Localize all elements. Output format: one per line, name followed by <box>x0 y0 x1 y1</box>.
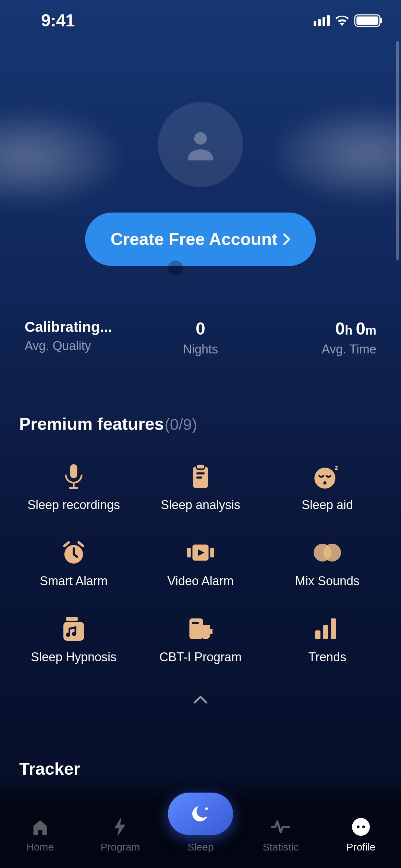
stat-label: Nights <box>183 342 218 357</box>
avatar-placeholder[interactable] <box>158 102 243 187</box>
svg-rect-4 <box>196 472 205 474</box>
stat-value: Calibrating... <box>25 319 112 335</box>
tab-profile[interactable]: Profile <box>321 817 401 853</box>
status-bar: 9:41 <box>0 0 401 41</box>
tab-sleep[interactable]: Sleep <box>160 793 241 853</box>
feature-video[interactable]: Video Alarm <box>137 539 264 588</box>
tab-label: Profile <box>346 841 375 853</box>
stat-value: 0h 0m <box>335 319 376 339</box>
feature-bars[interactable]: Trends <box>264 615 391 664</box>
tab-label: Home <box>26 841 54 853</box>
music-box-icon <box>60 615 87 642</box>
feature-music-box[interactable]: Sleep Hypnosis <box>10 615 137 664</box>
feature-alarm[interactable]: Smart Alarm <box>10 539 137 588</box>
svg-point-6 <box>314 468 335 489</box>
svg-point-14 <box>323 544 341 562</box>
feature-label: Sleep recordings <box>27 498 120 512</box>
svg-rect-3 <box>196 464 205 469</box>
mic-icon <box>60 463 87 490</box>
create-account-label: Create Free Account <box>110 229 277 249</box>
create-account-button[interactable]: Create Free Account <box>85 213 316 266</box>
cloud-decoration <box>278 110 401 199</box>
svg-rect-20 <box>323 625 328 639</box>
venn-icon <box>314 539 341 566</box>
svg-text:z: z <box>335 464 338 471</box>
person-icon <box>182 126 219 164</box>
alarm-icon <box>60 539 87 566</box>
tab-label: Statistic <box>263 841 299 853</box>
bolt-icon <box>110 817 131 837</box>
video-icon <box>187 539 214 566</box>
svg-point-7 <box>323 481 326 484</box>
chevron-right-icon <box>283 233 291 245</box>
stat-avg-quality[interactable]: Calibrating... Avg. Quality <box>21 319 142 357</box>
feature-venn[interactable]: Mix Sounds <box>264 539 391 588</box>
svg-rect-21 <box>331 618 336 639</box>
battery-icon <box>354 14 380 27</box>
svg-point-0 <box>194 132 207 145</box>
feature-label: Smart Alarm <box>40 574 108 588</box>
svg-rect-1 <box>70 464 77 478</box>
svg-rect-18 <box>192 622 199 624</box>
feature-label: Mix Sounds <box>295 574 360 588</box>
premium-features-title: Premium features(0/9) <box>19 414 197 434</box>
sleep-face-icon: z <box>314 463 341 490</box>
cloud-decoration <box>0 113 117 202</box>
feature-label: Trends <box>308 650 347 664</box>
stat-avg-time[interactable]: 0h 0m Avg. Time <box>259 319 380 357</box>
stat-label: Avg. Quality <box>25 339 91 353</box>
stat-label: Avg. Time <box>322 342 376 357</box>
cellular-signal-icon <box>314 15 330 26</box>
home-icon <box>30 817 50 837</box>
face-icon <box>351 817 371 837</box>
tab-label: Program <box>100 841 140 853</box>
feature-mic[interactable]: Sleep recordings <box>10 463 137 512</box>
decoration-dot <box>168 261 183 276</box>
svg-rect-15 <box>63 622 84 641</box>
status-time: 9:41 <box>41 11 75 31</box>
tab-statistic[interactable]: Statistic <box>241 817 321 853</box>
feature-doc-cup[interactable]: CBT-I Program <box>137 615 264 664</box>
tab-program[interactable]: Program <box>80 817 160 853</box>
feature-label: Video Alarm <box>167 574 233 588</box>
stats-row: Calibrating... Avg. Quality 0 Nights 0h … <box>0 319 401 357</box>
tab-label: Sleep <box>187 841 214 853</box>
svg-rect-16 <box>66 617 78 621</box>
svg-rect-17 <box>190 618 203 639</box>
clipboard-icon <box>187 463 214 490</box>
premium-feature-grid: Sleep recordingsSleep analysiszSleep aid… <box>0 463 401 664</box>
svg-rect-19 <box>315 630 320 639</box>
svg-rect-12 <box>210 548 214 557</box>
wifi-icon <box>335 15 350 26</box>
scrollbar[interactable] <box>396 41 399 261</box>
feature-label: Sleep analysis <box>161 498 240 512</box>
stat-value: 0 <box>196 319 205 339</box>
stat-nights[interactable]: 0 Nights <box>142 319 259 357</box>
moon-icon <box>168 793 233 835</box>
feature-label: Sleep aid <box>302 498 353 512</box>
tab-home[interactable]: Home <box>0 817 80 853</box>
feature-label: Sleep Hypnosis <box>31 650 117 664</box>
bars-icon <box>314 615 341 642</box>
svg-rect-11 <box>187 548 191 557</box>
tab-bar: HomeProgramSleepStatisticProfile <box>0 775 401 868</box>
chevron-up-icon[interactable] <box>193 695 208 706</box>
feature-label: CBT-I Program <box>159 650 242 664</box>
pulse-icon <box>270 817 291 837</box>
doc-cup-icon <box>187 615 214 642</box>
svg-rect-5 <box>196 477 202 479</box>
svg-point-22 <box>205 807 208 810</box>
feature-sleep-face[interactable]: zSleep aid <box>264 463 391 512</box>
feature-clipboard[interactable]: Sleep analysis <box>137 463 264 512</box>
